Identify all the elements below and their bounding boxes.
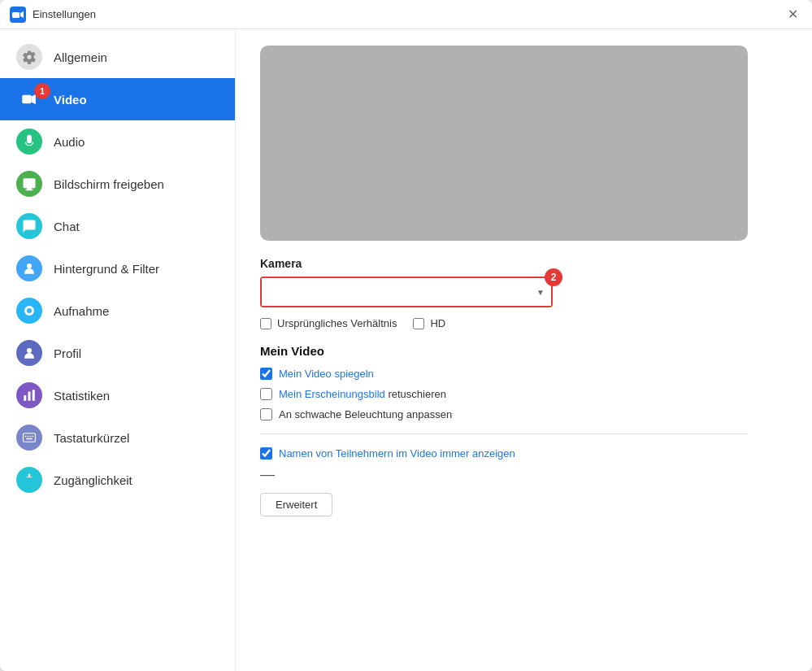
sidebar-item-zugaenglichkeit[interactable]: Zugänglichkeit xyxy=(0,459,235,501)
svg-point-18 xyxy=(28,474,31,477)
aufnahme-sidebar-label: Aufnahme xyxy=(54,304,109,318)
light-checkbox[interactable] xyxy=(260,408,272,420)
erweitert-button[interactable]: Erweitert xyxy=(260,493,332,516)
sidebar-item-video[interactable]: Video1 xyxy=(0,78,235,120)
hd-checkbox-label[interactable]: HD xyxy=(413,317,445,329)
video-badge: 1 xyxy=(34,83,50,99)
urspruengliches-checkbox-label[interactable]: Ursprüngliches Verhältnis xyxy=(260,317,397,329)
sidebar-item-chat[interactable]: Chat xyxy=(0,205,235,247)
content-area: Allgemein Video1 Audio Bildschirm freige… xyxy=(0,29,812,671)
retouch-suffix: retuschieren xyxy=(388,388,446,400)
urspruengliches-checkbox[interactable] xyxy=(260,318,271,329)
svg-rect-13 xyxy=(25,436,27,438)
camera-select-wrapper: ▼ 2 xyxy=(260,277,553,307)
hd-checkbox[interactable] xyxy=(413,318,424,329)
namen-row: Namen von Teilnehmern im Video immer anz… xyxy=(260,447,748,460)
camera-badge: 2 xyxy=(545,268,562,286)
sidebar: Allgemein Video1 Audio Bildschirm freige… xyxy=(0,29,236,671)
svg-rect-9 xyxy=(24,395,26,401)
svg-point-8 xyxy=(27,348,32,353)
sidebar-item-allgemein[interactable]: Allgemein xyxy=(0,36,235,78)
titlebar: Einstellungen ✕ xyxy=(0,0,812,29)
settings-window: Einstellungen ✕ Allgemein Video1 Audio B… xyxy=(0,0,812,671)
mirror-label[interactable]: Mein Video spiegeln xyxy=(279,368,374,380)
dash-line: — xyxy=(260,466,748,483)
mein-video-title: Mein Video xyxy=(260,344,748,358)
app-logo xyxy=(10,7,26,23)
zugaenglichkeit-sidebar-label: Zugänglichkeit xyxy=(54,473,132,487)
sidebar-item-aufnahme[interactable]: Aufnahme xyxy=(0,290,235,332)
svg-rect-14 xyxy=(28,436,29,438)
svg-rect-3 xyxy=(22,95,31,104)
retouch-highlight: Mein Erscheinungsbild xyxy=(279,388,385,400)
profil-sidebar-label: Profil xyxy=(54,346,81,360)
audio-icon xyxy=(16,129,42,155)
statistiken-sidebar-label: Statistiken xyxy=(54,389,110,403)
sidebar-item-hintergrund[interactable]: Hintergrund & Filter xyxy=(0,247,235,290)
hintergrund-icon xyxy=(16,255,42,281)
divider xyxy=(260,434,748,434)
kamera-label: Kamera xyxy=(260,257,748,270)
allgemein-icon xyxy=(16,44,42,70)
close-button[interactable]: ✕ xyxy=(783,5,802,24)
option3-row: An schwache Beleuchtung anpassen xyxy=(260,408,748,420)
urspruengliches-label: Ursprüngliches Verhältnis xyxy=(277,317,397,329)
mirror-highlight: Mein Video spiegeln xyxy=(279,368,374,380)
sidebar-item-statistiken[interactable]: Statistiken xyxy=(0,374,235,416)
retouch-checkbox[interactable] xyxy=(260,388,272,400)
svg-rect-15 xyxy=(30,436,32,438)
ratio-row: Ursprüngliches Verhältnis HD xyxy=(260,317,748,329)
svg-rect-1 xyxy=(12,12,20,18)
sidebar-item-profil[interactable]: Profil xyxy=(0,332,235,374)
svg-point-7 xyxy=(27,308,32,313)
bildschirm-sidebar-label: Bildschirm freigeben xyxy=(54,177,164,191)
tastatur-icon xyxy=(16,425,42,451)
svg-point-5 xyxy=(27,264,32,268)
sidebar-item-tastatur[interactable]: Tastaturkürzel xyxy=(0,416,235,459)
chat-icon xyxy=(16,213,42,239)
retouch-label: Mein Erscheinungsbild retuschieren xyxy=(279,388,446,400)
svg-rect-16 xyxy=(33,436,34,438)
option2-row: Mein Erscheinungsbild retuschieren xyxy=(260,388,748,400)
namen-checkbox[interactable] xyxy=(260,447,272,460)
camera-select-inner: ▼ 2 xyxy=(262,278,551,306)
svg-rect-12 xyxy=(24,434,36,442)
tastatur-sidebar-label: Tastaturkürzel xyxy=(54,431,129,445)
video-sidebar-label: Video xyxy=(54,93,87,107)
aufnahme-icon xyxy=(16,298,42,324)
statistiken-icon xyxy=(16,382,42,408)
namen-label: Namen von Teilnehmern im Video immer anz… xyxy=(279,447,515,460)
window-title: Einstellungen xyxy=(33,8,783,20)
svg-rect-11 xyxy=(33,390,35,401)
audio-sidebar-label: Audio xyxy=(54,135,85,149)
camera-select[interactable] xyxy=(262,278,551,306)
option1-row: Mein Video spiegeln xyxy=(260,368,748,380)
main-content: Kamera ▼ 2 xyxy=(236,29,812,671)
sidebar-item-audio[interactable]: Audio xyxy=(0,120,235,163)
chat-sidebar-label: Chat xyxy=(54,220,80,233)
video-preview xyxy=(260,46,748,241)
svg-rect-17 xyxy=(26,438,33,440)
hintergrund-sidebar-label: Hintergrund & Filter xyxy=(54,262,159,276)
hd-label: HD xyxy=(430,317,445,329)
allgemein-sidebar-label: Allgemein xyxy=(54,50,107,64)
light-label: An schwache Beleuchtung anpassen xyxy=(279,408,452,420)
profil-icon xyxy=(16,340,42,366)
svg-rect-10 xyxy=(28,392,31,401)
camera-section: ▼ 2 xyxy=(260,277,585,317)
sidebar-item-bildschirm[interactable]: Bildschirm freigeben xyxy=(0,163,235,205)
bildschirm-icon xyxy=(16,171,42,197)
zugaenglichkeit-icon xyxy=(16,467,42,493)
mirror-checkbox[interactable] xyxy=(260,368,272,380)
